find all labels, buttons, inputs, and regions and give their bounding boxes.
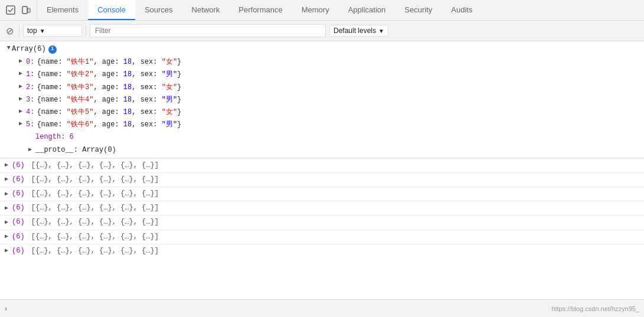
device-icon[interactable] bbox=[20, 4, 32, 16]
expand-triangle[interactable]: ▶ bbox=[4, 46, 13, 53]
list-item[interactable]: ▶(6) [{…}, {…}, {…}, {…}, {…}, {…}] bbox=[0, 158, 644, 172]
array-items: ▶ 0: {name: "铁牛1" , age: 18 , sex: "女" }… bbox=[0, 56, 644, 156]
tab-elements[interactable]: Elements bbox=[37, 0, 88, 20]
row-triangle[interactable]: ▶ bbox=[5, 189, 12, 199]
collapsed-rows: ▶(6) [{…}, {…}, {…}, {…}, {…}, {…}]▶(6) … bbox=[0, 158, 644, 258]
svg-rect-2 bbox=[28, 8, 30, 12]
tab-security[interactable]: Security bbox=[395, 0, 442, 20]
list-item[interactable]: ▶(6) [{…}, {…}, {…}, {…}, {…}, {…}] bbox=[0, 244, 644, 258]
console-toolbar: ⊘ top ▼ Default levels ▼ bbox=[0, 21, 644, 41]
tab-console[interactable]: Console bbox=[88, 0, 135, 20]
proto-line[interactable]: ▶ __proto__: Array(0) bbox=[14, 144, 644, 156]
array-label: Array(6) bbox=[12, 44, 46, 55]
svg-rect-0 bbox=[6, 6, 15, 14]
dropdown-arrow-icon: ▼ bbox=[40, 28, 45, 34]
tab-sources[interactable]: Sources bbox=[135, 0, 182, 20]
item-triangle-5[interactable]: ▶ bbox=[19, 119, 26, 129]
item-triangle-1[interactable]: ▶ bbox=[19, 69, 26, 79]
row-triangle[interactable]: ▶ bbox=[5, 204, 12, 213]
row-triangle[interactable]: ▶ bbox=[5, 246, 12, 256]
csdn-link: https://blog.csdn.net/hzzyn95_ bbox=[551, 305, 639, 312]
levels-dropdown-icon: ▼ bbox=[378, 28, 384, 34]
proto-triangle[interactable]: ▶ bbox=[28, 145, 35, 155]
list-item[interactable]: ▶(6) [{…}, {…}, {…}, {…}, {…}, {…}] bbox=[0, 172, 644, 187]
list-item[interactable]: ▶ 5: {name: "铁牛6" , age: 18 , sex: "男" } bbox=[14, 119, 644, 131]
prompt-icon[interactable]: › bbox=[5, 304, 7, 313]
context-select[interactable]: top ▼ bbox=[23, 25, 82, 37]
console-output: ▶ Array(6) i ▶ 0: {name: "铁牛1" , age: 18… bbox=[0, 41, 644, 299]
svg-rect-1 bbox=[22, 6, 27, 14]
clear-console-icon[interactable]: ⊘ bbox=[4, 25, 15, 37]
list-item[interactable]: ▶(6) [{…}, {…}, {…}, {…}, {…}, {…}] bbox=[0, 215, 644, 229]
list-item[interactable]: ▶ 2: {name: "铁牛3" , age: 18 , sex: "女" } bbox=[14, 81, 644, 94]
row-triangle[interactable]: ▶ bbox=[5, 161, 12, 170]
list-item[interactable]: ▶(6) [{…}, {…}, {…}, {…}, {…}, {…}] bbox=[0, 187, 644, 201]
list-item[interactable]: ▶ 3: {name: "铁牛4" , age: 18 , sex: "男" } bbox=[14, 94, 644, 106]
row-triangle[interactable]: ▶ bbox=[5, 175, 12, 184]
tab-audits[interactable]: Audits bbox=[442, 0, 482, 20]
item-triangle-3[interactable]: ▶ bbox=[19, 94, 26, 104]
list-item[interactable]: ▶(6) [{…}, {…}, {…}, {…}, {…}, {…}] bbox=[0, 230, 644, 244]
tabs-container: Elements Console Sources Network Perform… bbox=[37, 0, 644, 20]
inspect-icon[interactable] bbox=[5, 4, 17, 16]
item-triangle-2[interactable]: ▶ bbox=[19, 82, 26, 91]
array-section: ▶ Array(6) i ▶ 0: {name: "铁牛1" , age: 18… bbox=[0, 41, 644, 158]
item-triangle-4[interactable]: ▶ bbox=[19, 107, 26, 116]
toolbar-separator-1 bbox=[19, 25, 19, 37]
list-item[interactable]: ▶ 1: {name: "铁牛2" , age: 18 , sex: "男" } bbox=[14, 68, 644, 81]
list-item[interactable]: ▶ 0: {name: "铁牛1" , age: 18 , sex: "女" } bbox=[14, 56, 644, 68]
tab-application[interactable]: Application bbox=[339, 0, 395, 20]
row-triangle[interactable]: ▶ bbox=[5, 232, 12, 241]
item-triangle-0[interactable]: ▶ bbox=[19, 57, 26, 66]
levels-select[interactable]: Default levels ▼ bbox=[329, 25, 388, 37]
array-header[interactable]: ▶ Array(6) i bbox=[0, 43, 644, 56]
length-line: length: 6 bbox=[14, 131, 644, 143]
tab-performance[interactable]: Performance bbox=[229, 0, 292, 20]
list-item[interactable]: ▶(6) [{…}, {…}, {…}, {…}, {…}, {…}] bbox=[0, 201, 644, 215]
array-info-icon[interactable]: i bbox=[48, 45, 57, 54]
devtools-tabs-bar: Elements Console Sources Network Perform… bbox=[0, 0, 644, 21]
filter-input[interactable] bbox=[90, 24, 326, 37]
tab-network[interactable]: Network bbox=[182, 0, 230, 20]
row-triangle[interactable]: ▶ bbox=[5, 218, 12, 227]
list-item[interactable]: ▶ 4: {name: "铁牛5" , age: 18 , sex: "女" } bbox=[14, 106, 644, 119]
tab-memory[interactable]: Memory bbox=[292, 0, 339, 20]
toolbar-icons bbox=[0, 0, 37, 20]
bottom-bar: › https://blog.csdn.net/hzzyn95_ bbox=[0, 299, 644, 317]
toolbar-separator-2 bbox=[86, 25, 86, 37]
